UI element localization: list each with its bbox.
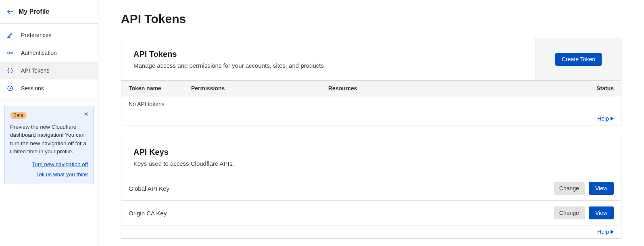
back-arrow-icon[interactable] bbox=[6, 8, 14, 15]
key-name: Origin CA Key bbox=[129, 210, 167, 217]
sidebar-item-api-tokens[interactable]: API Tokens bbox=[0, 62, 98, 79]
keys-desc: Keys used to access Cloudflare APIs. bbox=[133, 160, 609, 167]
tokens-desc: Manage access and permissions for your a… bbox=[133, 62, 523, 69]
col-token-name: Token name bbox=[129, 85, 191, 92]
svg-point-2 bbox=[8, 52, 10, 54]
close-icon[interactable]: ✕ bbox=[84, 111, 89, 117]
key-icon bbox=[6, 50, 14, 56]
sidebar-item-label: Preferences bbox=[21, 32, 51, 38]
col-permissions: Permissions bbox=[191, 85, 328, 92]
sidebar-item-label: Authentication bbox=[21, 50, 57, 56]
view-button[interactable]: View bbox=[589, 206, 614, 219]
sidebar-item-authentication[interactable]: Authentication bbox=[0, 44, 98, 62]
change-button[interactable]: Change bbox=[554, 182, 585, 195]
key-row-global: Global API Key Change View bbox=[121, 176, 621, 200]
sidebar-item-sessions[interactable]: Sessions bbox=[0, 79, 98, 97]
sidebar-item-preferences[interactable]: Preferences bbox=[0, 26, 98, 44]
svg-marker-8 bbox=[611, 230, 614, 234]
braces-icon bbox=[6, 67, 14, 74]
turn-off-nav-link[interactable]: Turn new navigation off bbox=[10, 161, 88, 167]
api-tokens-panel: API Tokens Manage access and permissions… bbox=[121, 38, 621, 125]
keys-title: API Keys bbox=[133, 148, 609, 157]
chevron-right-icon bbox=[611, 230, 614, 234]
main-content: API Tokens API Tokens Manage access and … bbox=[98, 0, 644, 246]
col-status: Status bbox=[565, 85, 614, 92]
key-row-origin-ca: Origin CA Key Change View bbox=[121, 200, 621, 225]
page-title: API Tokens bbox=[121, 12, 621, 26]
notice-text: Preview the new Cloudflare dashboard nav… bbox=[10, 123, 88, 156]
tokens-title: API Tokens bbox=[133, 50, 523, 59]
keys-help-link[interactable]: Help bbox=[597, 229, 614, 235]
help-label: Help bbox=[597, 115, 609, 122]
feedback-link[interactable]: Tell us what you think bbox=[10, 171, 88, 177]
clock-icon bbox=[6, 85, 14, 92]
tokens-table-header: Token name Permissions Resources Status bbox=[121, 81, 621, 96]
pencil-icon bbox=[6, 32, 14, 38]
col-resources: Resources bbox=[328, 85, 565, 92]
sidebar-item-label: API Tokens bbox=[21, 67, 50, 74]
view-button[interactable]: View bbox=[589, 182, 614, 195]
svg-marker-7 bbox=[611, 117, 614, 121]
sidebar-title: My Profile bbox=[19, 8, 49, 15]
beta-badge: Beta bbox=[10, 112, 27, 119]
key-name: Global API Key bbox=[129, 185, 169, 192]
change-button[interactable]: Change bbox=[554, 206, 585, 219]
beta-notice: Beta ✕ Preview the new Cloudflare dashbo… bbox=[4, 106, 94, 184]
sidebar-nav: Preferences Authentication API Tokens Se… bbox=[0, 24, 98, 100]
chevron-right-icon bbox=[611, 117, 614, 121]
tokens-empty-row: No API tokens bbox=[121, 96, 621, 112]
sidebar-item-label: Sessions bbox=[21, 85, 44, 92]
api-keys-panel: API Keys Keys used to access Cloudflare … bbox=[121, 136, 621, 239]
create-token-button[interactable]: Create Token bbox=[555, 53, 602, 66]
tokens-help-link[interactable]: Help bbox=[597, 115, 614, 122]
help-label: Help bbox=[597, 229, 609, 235]
sidebar: My Profile Preferences Authentication AP… bbox=[0, 0, 98, 246]
sidebar-header: My Profile bbox=[0, 0, 98, 24]
